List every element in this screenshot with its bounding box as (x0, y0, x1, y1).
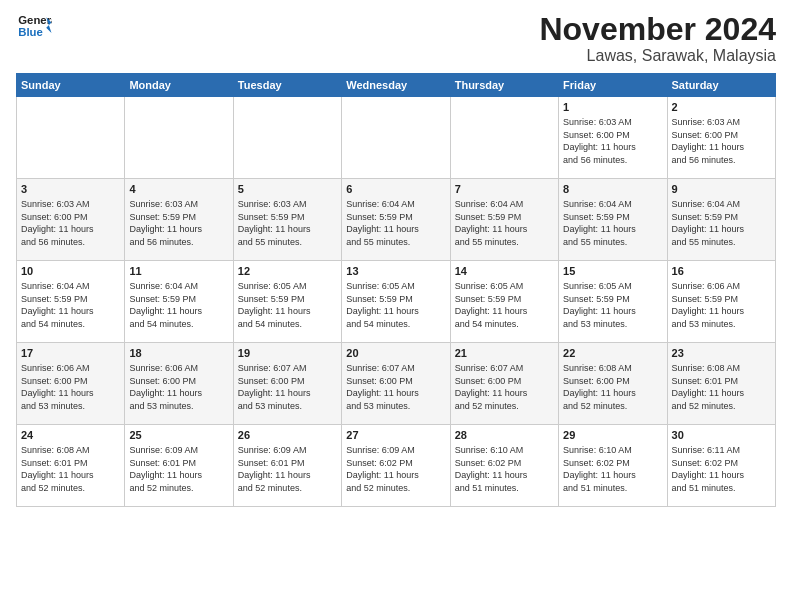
day-info: Sunrise: 6:05 AM Sunset: 5:59 PM Dayligh… (455, 280, 554, 330)
calendar-cell: 23Sunrise: 6:08 AM Sunset: 6:01 PM Dayli… (667, 343, 775, 425)
calendar-cell: 13Sunrise: 6:05 AM Sunset: 5:59 PM Dayli… (342, 261, 450, 343)
calendar-cell (125, 97, 233, 179)
week-row-2: 3Sunrise: 6:03 AM Sunset: 6:00 PM Daylig… (17, 179, 776, 261)
day-number: 10 (21, 264, 120, 279)
calendar-cell (233, 97, 341, 179)
calendar-cell: 8Sunrise: 6:04 AM Sunset: 5:59 PM Daylig… (559, 179, 667, 261)
day-info: Sunrise: 6:06 AM Sunset: 6:00 PM Dayligh… (129, 362, 228, 412)
day-number: 7 (455, 182, 554, 197)
weekday-header-thursday: Thursday (450, 74, 558, 97)
day-number: 3 (21, 182, 120, 197)
page-container: General Blue November 2024 Lawas, Sarawa… (0, 0, 792, 515)
calendar-cell: 19Sunrise: 6:07 AM Sunset: 6:00 PM Dayli… (233, 343, 341, 425)
calendar-cell (17, 97, 125, 179)
calendar-cell: 16Sunrise: 6:06 AM Sunset: 5:59 PM Dayli… (667, 261, 775, 343)
weekday-header-tuesday: Tuesday (233, 74, 341, 97)
day-number: 23 (672, 346, 771, 361)
day-info: Sunrise: 6:07 AM Sunset: 6:00 PM Dayligh… (238, 362, 337, 412)
day-info: Sunrise: 6:04 AM Sunset: 5:59 PM Dayligh… (346, 198, 445, 248)
calendar-cell: 28Sunrise: 6:10 AM Sunset: 6:02 PM Dayli… (450, 425, 558, 507)
day-number: 9 (672, 182, 771, 197)
day-info: Sunrise: 6:08 AM Sunset: 6:00 PM Dayligh… (563, 362, 662, 412)
day-number: 8 (563, 182, 662, 197)
day-number: 18 (129, 346, 228, 361)
day-info: Sunrise: 6:04 AM Sunset: 5:59 PM Dayligh… (455, 198, 554, 248)
title-block: November 2024 Lawas, Sarawak, Malaysia (539, 12, 776, 65)
day-info: Sunrise: 6:08 AM Sunset: 6:01 PM Dayligh… (672, 362, 771, 412)
calendar-cell (450, 97, 558, 179)
day-number: 15 (563, 264, 662, 279)
day-number: 12 (238, 264, 337, 279)
day-info: Sunrise: 6:04 AM Sunset: 5:59 PM Dayligh… (21, 280, 120, 330)
calendar-cell: 25Sunrise: 6:09 AM Sunset: 6:01 PM Dayli… (125, 425, 233, 507)
day-info: Sunrise: 6:06 AM Sunset: 6:00 PM Dayligh… (21, 362, 120, 412)
calendar-cell: 14Sunrise: 6:05 AM Sunset: 5:59 PM Dayli… (450, 261, 558, 343)
day-number: 22 (563, 346, 662, 361)
day-info: Sunrise: 6:09 AM Sunset: 6:01 PM Dayligh… (129, 444, 228, 494)
day-info: Sunrise: 6:05 AM Sunset: 5:59 PM Dayligh… (238, 280, 337, 330)
week-row-1: 1Sunrise: 6:03 AM Sunset: 6:00 PM Daylig… (17, 97, 776, 179)
calendar-cell: 5Sunrise: 6:03 AM Sunset: 5:59 PM Daylig… (233, 179, 341, 261)
month-title: November 2024 (539, 12, 776, 47)
day-number: 27 (346, 428, 445, 443)
calendar-cell: 24Sunrise: 6:08 AM Sunset: 6:01 PM Dayli… (17, 425, 125, 507)
day-number: 20 (346, 346, 445, 361)
calendar-cell: 20Sunrise: 6:07 AM Sunset: 6:00 PM Dayli… (342, 343, 450, 425)
calendar-cell: 17Sunrise: 6:06 AM Sunset: 6:00 PM Dayli… (17, 343, 125, 425)
weekday-header-row: SundayMondayTuesdayWednesdayThursdayFrid… (17, 74, 776, 97)
day-info: Sunrise: 6:07 AM Sunset: 6:00 PM Dayligh… (346, 362, 445, 412)
day-number: 30 (672, 428, 771, 443)
day-info: Sunrise: 6:09 AM Sunset: 6:01 PM Dayligh… (238, 444, 337, 494)
weekday-header-monday: Monday (125, 74, 233, 97)
calendar-cell: 26Sunrise: 6:09 AM Sunset: 6:01 PM Dayli… (233, 425, 341, 507)
week-row-3: 10Sunrise: 6:04 AM Sunset: 5:59 PM Dayli… (17, 261, 776, 343)
day-info: Sunrise: 6:09 AM Sunset: 6:02 PM Dayligh… (346, 444, 445, 494)
day-info: Sunrise: 6:06 AM Sunset: 5:59 PM Dayligh… (672, 280, 771, 330)
header: General Blue November 2024 Lawas, Sarawa… (16, 12, 776, 65)
calendar-cell: 6Sunrise: 6:04 AM Sunset: 5:59 PM Daylig… (342, 179, 450, 261)
day-number: 25 (129, 428, 228, 443)
calendar-cell: 4Sunrise: 6:03 AM Sunset: 5:59 PM Daylig… (125, 179, 233, 261)
day-number: 19 (238, 346, 337, 361)
day-number: 21 (455, 346, 554, 361)
day-info: Sunrise: 6:10 AM Sunset: 6:02 PM Dayligh… (455, 444, 554, 494)
calendar-cell: 30Sunrise: 6:11 AM Sunset: 6:02 PM Dayli… (667, 425, 775, 507)
day-info: Sunrise: 6:05 AM Sunset: 5:59 PM Dayligh… (563, 280, 662, 330)
day-number: 2 (672, 100, 771, 115)
day-number: 28 (455, 428, 554, 443)
calendar-cell: 2Sunrise: 6:03 AM Sunset: 6:00 PM Daylig… (667, 97, 775, 179)
day-number: 6 (346, 182, 445, 197)
calendar-cell (342, 97, 450, 179)
day-number: 4 (129, 182, 228, 197)
day-number: 5 (238, 182, 337, 197)
calendar-table: SundayMondayTuesdayWednesdayThursdayFrid… (16, 73, 776, 507)
day-info: Sunrise: 6:04 AM Sunset: 5:59 PM Dayligh… (563, 198, 662, 248)
day-number: 14 (455, 264, 554, 279)
calendar-cell: 9Sunrise: 6:04 AM Sunset: 5:59 PM Daylig… (667, 179, 775, 261)
day-number: 17 (21, 346, 120, 361)
day-info: Sunrise: 6:04 AM Sunset: 5:59 PM Dayligh… (129, 280, 228, 330)
day-info: Sunrise: 6:03 AM Sunset: 6:00 PM Dayligh… (21, 198, 120, 248)
week-row-4: 17Sunrise: 6:06 AM Sunset: 6:00 PM Dayli… (17, 343, 776, 425)
calendar-cell: 7Sunrise: 6:04 AM Sunset: 5:59 PM Daylig… (450, 179, 558, 261)
day-info: Sunrise: 6:03 AM Sunset: 5:59 PM Dayligh… (238, 198, 337, 248)
svg-text:General: General (18, 14, 52, 26)
day-number: 13 (346, 264, 445, 279)
day-info: Sunrise: 6:11 AM Sunset: 6:02 PM Dayligh… (672, 444, 771, 494)
calendar-cell: 29Sunrise: 6:10 AM Sunset: 6:02 PM Dayli… (559, 425, 667, 507)
calendar-cell: 11Sunrise: 6:04 AM Sunset: 5:59 PM Dayli… (125, 261, 233, 343)
day-info: Sunrise: 6:07 AM Sunset: 6:00 PM Dayligh… (455, 362, 554, 412)
logo: General Blue (16, 12, 52, 40)
day-info: Sunrise: 6:08 AM Sunset: 6:01 PM Dayligh… (21, 444, 120, 494)
calendar-cell: 15Sunrise: 6:05 AM Sunset: 5:59 PM Dayli… (559, 261, 667, 343)
day-number: 29 (563, 428, 662, 443)
day-info: Sunrise: 6:03 AM Sunset: 5:59 PM Dayligh… (129, 198, 228, 248)
day-info: Sunrise: 6:03 AM Sunset: 6:00 PM Dayligh… (672, 116, 771, 166)
day-number: 26 (238, 428, 337, 443)
calendar-cell: 10Sunrise: 6:04 AM Sunset: 5:59 PM Dayli… (17, 261, 125, 343)
calendar-cell: 18Sunrise: 6:06 AM Sunset: 6:00 PM Dayli… (125, 343, 233, 425)
logo-icon: General Blue (16, 12, 52, 40)
day-number: 1 (563, 100, 662, 115)
day-info: Sunrise: 6:10 AM Sunset: 6:02 PM Dayligh… (563, 444, 662, 494)
calendar-cell: 1Sunrise: 6:03 AM Sunset: 6:00 PM Daylig… (559, 97, 667, 179)
